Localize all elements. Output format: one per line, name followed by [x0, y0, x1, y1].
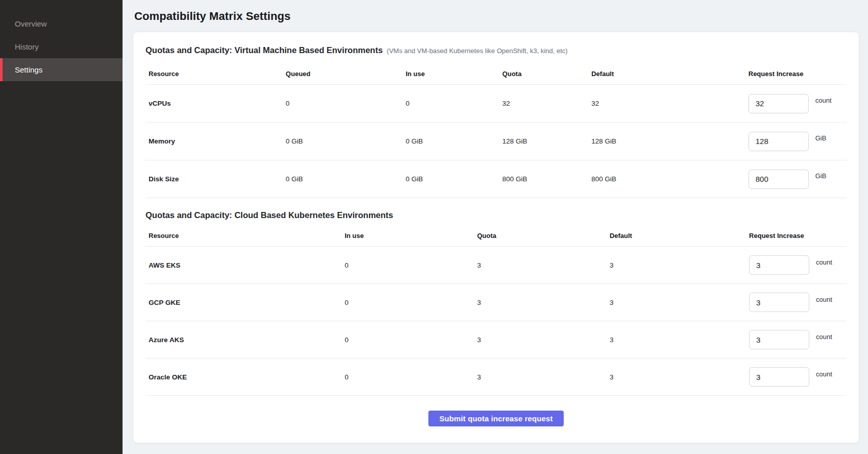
column-header-in-use: In use	[345, 232, 477, 240]
column-header-queued: Queued	[286, 70, 406, 78]
unit-label: count	[816, 296, 832, 303]
default-value: 32	[591, 100, 749, 107]
vcpus-request-input[interactable]	[749, 94, 809, 113]
unit-label: count	[816, 333, 832, 341]
resource-label: Memory	[146, 137, 286, 145]
column-header-resource: Resource	[146, 232, 345, 240]
submit-button-row: Submit quota increase request	[146, 411, 847, 426]
table-row-oracle-oke: Oracle OKE 0 3 3 count	[146, 359, 847, 396]
default-value: 128 GiB	[591, 137, 749, 145]
sidebar-item-overview-label: Overview	[15, 19, 47, 28]
quota-value: 32	[502, 100, 591, 107]
in-use-value: 0	[405, 100, 502, 107]
memory-request-input[interactable]	[749, 132, 809, 151]
request-increase-cell: GiB	[749, 170, 847, 189]
request-increase-cell: GiB	[749, 132, 847, 151]
column-header-in-use: In use	[405, 70, 502, 78]
column-header-default: Default	[610, 232, 749, 240]
request-increase-cell: count	[749, 367, 847, 387]
column-header-quota: Quota	[502, 70, 591, 78]
resource-label: Oracle OKE	[146, 373, 345, 381]
resource-label: Disk Size	[146, 175, 286, 183]
queued-value: 0	[286, 100, 406, 107]
sidebar-item-history-label: History	[15, 42, 39, 51]
in-use-value: 0	[345, 299, 477, 306]
default-value: 3	[610, 299, 749, 306]
oracle-oke-request-input[interactable]	[749, 367, 809, 387]
table-row-vcpus: vCPUs 0 0 32 32 count	[146, 85, 847, 123]
cloud-quota-table: Resource In use Quota Default Request In…	[146, 225, 847, 396]
aws-eks-request-input[interactable]	[749, 255, 809, 275]
cloud-section-header: Quotas and Capacity: Cloud Based Kuberne…	[146, 210, 847, 220]
unit-label: count	[816, 370, 832, 378]
table-row-azure-aks: Azure AKS 0 3 3 count	[146, 321, 847, 359]
column-header-resource: Resource	[146, 70, 286, 78]
vm-section-subtitle: (VMs and VM-based Kubernetes like OpenSh…	[387, 47, 568, 55]
column-header-request-increase: Request Increase	[749, 232, 847, 240]
sidebar: Overview History Settings	[0, 0, 123, 454]
column-header-quota: Quota	[477, 232, 609, 240]
quota-value: 3	[477, 336, 609, 344]
column-header-request-increase: Request Increase	[749, 70, 847, 78]
vm-quota-table: Resource Queued In use Quota Default Req…	[146, 63, 847, 198]
gcp-gke-request-input[interactable]	[749, 293, 809, 312]
table-row-memory: Memory 0 GiB 0 GiB 128 GiB 128 GiB GiB	[146, 123, 847, 160]
app-root: Overview History Settings Compatibility …	[0, 0, 868, 454]
resource-label: vCPUs	[146, 100, 286, 107]
table-row-gcp-gke: GCP GKE 0 3 3 count	[146, 284, 847, 321]
page-title: Compatibility Matrix Settings	[134, 10, 859, 23]
cloud-section-title: Quotas and Capacity: Cloud Based Kuberne…	[146, 210, 393, 220]
in-use-value: 0	[345, 336, 477, 344]
in-use-value: 0	[345, 261, 477, 269]
column-header-default: Default	[591, 70, 749, 78]
main-content: Compatibility Matrix Settings Quotas and…	[123, 0, 868, 454]
sidebar-item-settings[interactable]: Settings	[0, 58, 123, 81]
table-row-aws-eks: AWS EKS 0 3 3 count	[146, 247, 847, 284]
resource-label: Azure AKS	[146, 336, 345, 344]
default-value: 800 GiB	[591, 175, 749, 183]
disk-size-request-input[interactable]	[749, 170, 809, 189]
default-value: 3	[610, 336, 749, 344]
in-use-value: 0 GiB	[405, 137, 502, 145]
in-use-value: 0 GiB	[405, 175, 502, 183]
default-value: 3	[610, 373, 749, 381]
request-increase-cell: count	[749, 330, 847, 349]
quota-value: 128 GiB	[502, 137, 591, 145]
submit-quota-increase-button[interactable]: Submit quota increase request	[428, 411, 563, 426]
request-increase-cell: count	[749, 293, 847, 312]
request-increase-cell: count	[749, 255, 847, 275]
sidebar-item-history[interactable]: History	[0, 35, 123, 58]
unit-label: GiB	[815, 172, 827, 180]
quota-settings-card: Quotas and Capacity: Virtual Machine Bas…	[133, 32, 859, 443]
quota-value: 3	[477, 373, 609, 381]
active-item-marker	[0, 58, 3, 81]
vm-section-title: Quotas and Capacity: Virtual Machine Bas…	[146, 45, 383, 55]
sidebar-nav: Overview History Settings	[0, 12, 123, 81]
sidebar-item-overview[interactable]: Overview	[0, 12, 123, 35]
vm-table-header-row: Resource Queued In use Quota Default Req…	[146, 63, 847, 85]
queued-value: 0 GiB	[286, 175, 406, 183]
in-use-value: 0	[345, 373, 477, 381]
quota-value: 3	[477, 299, 609, 306]
unit-label: count	[815, 97, 832, 104]
unit-label: GiB	[815, 134, 827, 142]
cloud-table-header-row: Resource In use Quota Default Request In…	[146, 225, 847, 247]
sidebar-item-settings-label: Settings	[15, 65, 42, 74]
resource-label: GCP GKE	[146, 299, 345, 306]
quota-value: 3	[477, 261, 609, 269]
default-value: 3	[610, 261, 749, 269]
unit-label: count	[816, 258, 832, 266]
table-row-disk-size: Disk Size 0 GiB 0 GiB 800 GiB 800 GiB Gi…	[146, 160, 847, 198]
request-increase-cell: count	[749, 94, 847, 113]
quota-value: 800 GiB	[502, 175, 591, 183]
queued-value: 0 GiB	[286, 137, 406, 145]
azure-aks-request-input[interactable]	[749, 330, 809, 349]
vm-section-header: Quotas and Capacity: Virtual Machine Bas…	[146, 45, 847, 55]
resource-label: AWS EKS	[146, 261, 345, 269]
